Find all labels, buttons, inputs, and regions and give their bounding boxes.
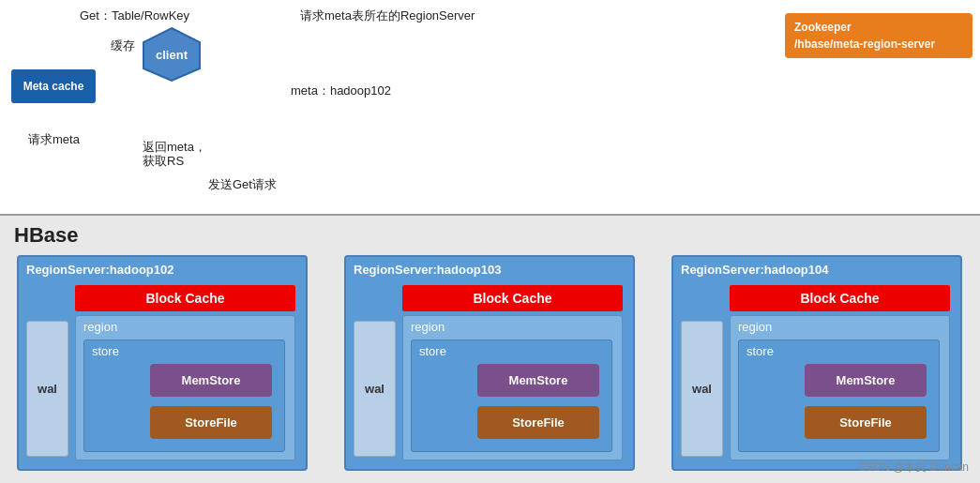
rs1-region-label: region: [83, 320, 117, 334]
rs1-block-cache: Block Cache: [75, 285, 295, 311]
top-diagram-area: Get：Table/RowKey 请求meta表所在的RegionServer …: [0, 0, 980, 216]
rs3-region-label: region: [738, 320, 772, 334]
rs1-title: RegionServer:hadoop102: [26, 263, 174, 277]
rs1-storefile: StoreFile: [150, 406, 272, 439]
rs2-region-label: region: [411, 320, 445, 334]
get-request-label: Get：Table/RowKey: [80, 8, 189, 24]
rs2-wal: wal: [354, 321, 396, 457]
request-meta-label: 请求meta: [28, 131, 80, 148]
rs3-wal: wal: [681, 321, 723, 457]
rs3-title: RegionServer:hadoop104: [681, 263, 829, 277]
rs1-region-area: region store MemStore StoreFile: [75, 315, 295, 460]
rs3-storefile: StoreFile: [805, 406, 927, 439]
hbase-label: HBase: [14, 223, 78, 248]
send-get-label: 发送Get请求: [208, 176, 277, 193]
rs2-region-area: region store MemStore StoreFile: [402, 315, 623, 460]
rs1-memstore: MemStore: [150, 364, 272, 397]
cache-label: 缓存: [111, 38, 135, 54]
rs3-store-area: store MemStore StoreFile: [738, 340, 940, 452]
get-rs-label: 获取RS: [143, 153, 184, 170]
rs2-memstore: MemStore: [477, 364, 599, 397]
rs1-store-label: store: [92, 344, 119, 358]
meta-cache-box: Meta cache: [11, 69, 96, 103]
region-server-2: RegionServer:hadoop103 Block Cache wal r…: [344, 255, 635, 471]
watermark: CSDN @木良 Duncan: [858, 460, 969, 475]
rs2-store-area: store MemStore StoreFile: [411, 340, 612, 452]
rs1-store-area: store MemStore StoreFile: [83, 340, 285, 452]
rs3-block-cache: Block Cache: [730, 285, 950, 311]
rs1-wal: wal: [26, 321, 68, 457]
rs2-title: RegionServer:hadoop103: [354, 263, 502, 277]
hbase-area: HBase RegionServer:hadoop102 Block Cache…: [0, 214, 980, 483]
client-node: client: [139, 26, 204, 86]
rs2-block-cache: Block Cache: [402, 285, 623, 311]
rs3-memstore: MemStore: [805, 364, 927, 397]
zookeeper-box: Zookeeper /hbase/meta-region-server: [785, 13, 972, 58]
rs2-storefile: StoreFile: [477, 406, 599, 439]
region-server-1: RegionServer:hadoop102 Block Cache wal r…: [17, 255, 308, 471]
rs2-store-label: store: [419, 344, 446, 358]
rs3-region-area: region store MemStore StoreFile: [730, 315, 950, 460]
region-server-3: RegionServer:hadoop104 Block Cache wal r…: [671, 255, 962, 471]
meta-hadoop-label: meta：hadoop102: [291, 83, 391, 99]
request-meta-rs-label: 请求meta表所在的RegionServer: [300, 8, 475, 24]
rs3-store-label: store: [746, 344, 774, 358]
svg-text:client: client: [156, 48, 188, 62]
